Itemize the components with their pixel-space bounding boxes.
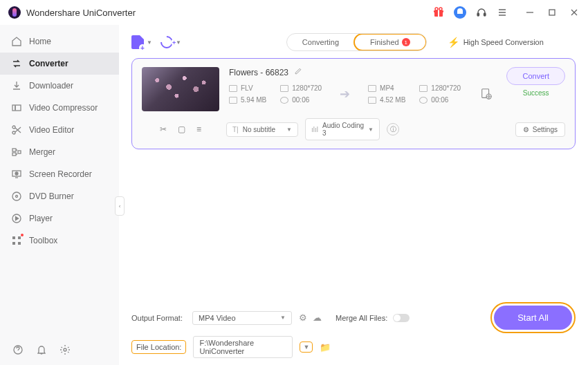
nav-downloader[interactable]: Downloader xyxy=(0,75,119,97)
open-folder-icon[interactable]: 📁 xyxy=(320,342,331,353)
dst-resolution: 1280*720 xyxy=(419,84,461,92)
file-title-row: Flowers - 66823 xyxy=(229,67,497,77)
add-file-button[interactable]: ▼ xyxy=(131,35,152,49)
grid-icon xyxy=(11,235,22,246)
info-icon[interactable]: ⓘ xyxy=(387,123,399,135)
play-icon xyxy=(11,213,22,224)
nav-label: Video Editor xyxy=(29,125,74,135)
edit-name-icon[interactable] xyxy=(294,67,302,77)
nav-merger[interactable]: Merger xyxy=(0,141,119,163)
file-location-label: File Location: xyxy=(131,340,186,354)
svg-point-21 xyxy=(15,172,18,175)
subtitle-dropdown[interactable]: T|No subtitle▼ xyxy=(226,122,298,137)
nav-compressor[interactable]: Video Compressor xyxy=(0,97,119,119)
svg-rect-25 xyxy=(12,236,15,239)
nav-label: Player xyxy=(29,214,53,223)
res-icon xyxy=(280,85,288,92)
file-location-input[interactable]: F:\Wondershare UniConverter xyxy=(193,336,293,358)
notification-icon[interactable] xyxy=(36,344,47,355)
video-thumbnail[interactable] xyxy=(142,67,219,111)
support-icon[interactable] xyxy=(476,7,487,18)
download-icon xyxy=(11,80,22,91)
help-icon[interactable] xyxy=(12,344,24,355)
dst-format: MP4 xyxy=(368,84,405,92)
more-icon[interactable]: ≡ xyxy=(196,124,201,134)
svg-point-15 xyxy=(12,126,15,129)
format-icon xyxy=(229,85,237,92)
output-config-icon[interactable] xyxy=(480,88,493,100)
minimize-button[interactable] xyxy=(524,7,535,18)
nav-label: Toolbox xyxy=(29,236,57,245)
svg-rect-27 xyxy=(12,242,15,245)
file-name: Flowers - 66823 xyxy=(229,68,288,77)
arrow-icon: ➔ xyxy=(340,86,350,102)
location-dropdown-button[interactable]: ▼ xyxy=(300,341,313,353)
tab-finished[interactable]: Finished1 xyxy=(353,33,427,51)
nav-label: DVD Burner xyxy=(29,191,74,201)
svg-point-32 xyxy=(486,94,491,99)
menu-icon[interactable] xyxy=(497,7,508,18)
output-format-dropdown[interactable]: MP4 Video▼ xyxy=(192,311,292,325)
nav-label: Downloader xyxy=(29,81,73,91)
convert-button[interactable]: Convert xyxy=(506,67,565,85)
format-icon xyxy=(368,85,376,92)
svg-rect-2 xyxy=(438,10,439,17)
gear-icon: ⚙ xyxy=(523,126,529,133)
nav-dvd[interactable]: DVD Burner xyxy=(0,185,119,207)
nav-label: Converter xyxy=(29,59,68,68)
task-settings-button[interactable]: ⚙Settings xyxy=(515,122,565,137)
svg-point-3 xyxy=(435,8,438,10)
clock-icon xyxy=(280,97,288,104)
nav-label: Merger xyxy=(29,147,55,157)
dst-duration: 00:06 xyxy=(419,96,461,104)
nav-converter[interactable]: Converter xyxy=(0,53,119,75)
nav-label: Screen Recorder xyxy=(29,169,92,179)
svg-point-4 xyxy=(439,8,442,10)
account-icon[interactable] xyxy=(454,6,466,19)
nav-player[interactable]: Player xyxy=(0,207,119,230)
svg-rect-28 xyxy=(18,242,21,245)
cloud-icon[interactable]: ☁ xyxy=(313,312,322,323)
svg-rect-6 xyxy=(484,13,486,16)
src-size: 5.94 MB xyxy=(229,96,266,104)
task-card: Flowers - 66823 FLV 5.94 MB 1280*720 00:… xyxy=(131,58,576,149)
settings-icon[interactable] xyxy=(59,344,71,355)
titlebar: Wondershare UniConverter xyxy=(0,0,588,25)
svg-rect-26 xyxy=(18,236,21,239)
nav-home[interactable]: Home xyxy=(0,30,119,53)
add-url-icon xyxy=(158,33,175,50)
main-panel: ▼ ▼ Converting Finished1 ⚡High Speed Con… xyxy=(119,25,588,365)
src-resolution: 1280*720 xyxy=(280,84,322,92)
high-speed-toggle[interactable]: ⚡High Speed Conversion xyxy=(448,37,544,48)
gpu-icon[interactable]: ⚙ xyxy=(299,312,307,323)
nav-editor[interactable]: Video Editor xyxy=(0,119,119,141)
status-text: Success xyxy=(523,89,549,97)
chevron-down-icon: ▼ xyxy=(147,39,152,46)
start-all-button[interactable]: Start All xyxy=(494,306,572,330)
add-url-button[interactable]: ▼ xyxy=(160,36,181,48)
close-button[interactable] xyxy=(569,7,580,18)
trim-icon[interactable]: ✂ xyxy=(160,124,167,134)
sidebar: Home Converter Downloader Video Compress… xyxy=(0,25,119,365)
collapse-sidebar-button[interactable]: ‹ xyxy=(115,196,125,216)
svg-point-22 xyxy=(12,192,21,200)
src-duration: 00:06 xyxy=(280,96,322,104)
maximize-button[interactable] xyxy=(546,7,558,18)
bolt-icon: ⚡ xyxy=(448,37,459,48)
app-logo-icon xyxy=(8,6,21,19)
audio-dropdown[interactable]: ılılAudio Coding 3▼ xyxy=(305,118,380,140)
svg-point-16 xyxy=(12,131,15,134)
converter-icon xyxy=(11,58,22,69)
nav-recorder[interactable]: Screen Recorder xyxy=(0,163,119,185)
tab-converting[interactable]: Converting xyxy=(287,34,354,50)
scissors-icon xyxy=(11,124,22,135)
svg-rect-14 xyxy=(12,105,21,111)
finished-count-badge: 1 xyxy=(402,38,410,46)
nav-label: Video Compressor xyxy=(29,103,98,113)
merge-toggle[interactable] xyxy=(393,314,410,322)
merge-icon xyxy=(11,147,22,158)
nav-toolbox[interactable]: Toolbox xyxy=(0,230,119,252)
gift-icon[interactable] xyxy=(433,7,444,18)
app-title: Wondershare UniConverter xyxy=(26,8,136,18)
crop-icon[interactable]: ▢ xyxy=(178,124,185,134)
